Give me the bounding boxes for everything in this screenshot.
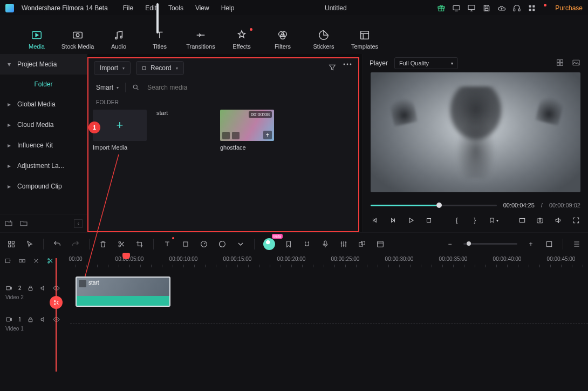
track-link-icon[interactable] xyxy=(18,257,27,266)
menu-view[interactable]: View xyxy=(195,4,209,12)
menu-tools[interactable]: Tools xyxy=(168,4,183,12)
auto-ripple-icon[interactable] xyxy=(32,257,41,266)
smart-filter-button[interactable]: Smart ▾ xyxy=(96,84,119,91)
menu-file[interactable]: File xyxy=(123,4,133,12)
playhead-handle[interactable] xyxy=(122,253,130,259)
mark-in-button[interactable]: { xyxy=(453,215,461,225)
layout-icon[interactable] xyxy=(6,239,16,249)
group-button[interactable] xyxy=(357,239,367,249)
sidebar-folder[interactable]: Folder xyxy=(0,75,87,94)
next-frame-button[interactable] xyxy=(389,215,398,225)
keyframe-button[interactable] xyxy=(181,239,190,249)
zoom-fit-button[interactable] xyxy=(544,239,554,249)
delete-button[interactable] xyxy=(98,239,108,249)
stop-button[interactable] xyxy=(425,215,434,225)
quality-select[interactable]: Full Quality ▾ xyxy=(394,57,458,69)
pointer-icon[interactable] xyxy=(25,239,35,249)
purchase-button[interactable]: Purchase xyxy=(555,4,583,12)
nav-effects[interactable]: Effects xyxy=(221,29,262,50)
lock-icon[interactable] xyxy=(27,285,35,292)
more-icon[interactable] xyxy=(343,63,353,73)
folder-icon[interactable] xyxy=(19,219,29,228)
desktop-icon[interactable] xyxy=(467,4,476,12)
record-button[interactable]: Record ▾ xyxy=(136,61,184,75)
snapshot-button[interactable] xyxy=(536,215,545,225)
menu-edit[interactable]: Edit xyxy=(145,4,156,12)
empty-track-lane[interactable] xyxy=(70,323,588,323)
nav-stock-media[interactable]: Stock Media xyxy=(57,29,98,50)
volume-button[interactable] xyxy=(554,215,563,225)
timeline-ruler[interactable]: 00:0000:00:05:0000:00:10:0000:00:15:0000… xyxy=(70,255,588,273)
text-tool-button[interactable] xyxy=(162,239,172,249)
media-clip-ghostface[interactable]: 00:00:08 + ghostface xyxy=(220,110,274,151)
preview-viewport[interactable] xyxy=(371,72,580,192)
prev-frame-button[interactable] xyxy=(371,215,379,225)
effects-icon xyxy=(236,29,248,41)
zoom-slider[interactable] xyxy=(463,243,517,245)
ai-avatar-button[interactable]: Beta xyxy=(263,238,275,250)
more-tools-button[interactable] xyxy=(236,239,245,249)
track-height-button[interactable] xyxy=(572,239,582,249)
import-button[interactable]: Import ▾ xyxy=(94,61,131,75)
color-button[interactable] xyxy=(217,239,227,249)
plus-icon: + xyxy=(117,118,124,132)
redo-button[interactable] xyxy=(71,239,80,249)
lock-icon[interactable] xyxy=(27,316,35,323)
zoom-out-button[interactable]: − xyxy=(445,239,455,249)
svg-rect-45 xyxy=(361,241,365,245)
sidebar-compound-clip[interactable]: ▸Compound Clip xyxy=(0,176,87,197)
headphones-icon[interactable] xyxy=(512,4,521,12)
playhead-line[interactable] xyxy=(56,258,57,372)
timeline-clip-start[interactable]: start xyxy=(76,277,170,307)
save-icon[interactable] xyxy=(482,4,491,12)
apps-icon[interactable] xyxy=(528,4,536,12)
search-input[interactable] xyxy=(146,83,229,92)
media-clip-start[interactable]: 00:00:09 ✓ start xyxy=(156,110,210,151)
menu-help[interactable]: Help xyxy=(221,4,235,12)
aspect-ratio-button[interactable] xyxy=(518,215,527,225)
import-media-card[interactable]: 1 + Import Media xyxy=(93,110,147,151)
mute-icon[interactable] xyxy=(40,316,47,323)
cut-tool-icon[interactable] xyxy=(46,257,55,266)
sidebar-global-media-label: Global Media xyxy=(17,100,56,108)
zoom-in-button[interactable]: + xyxy=(526,239,536,249)
sidebar-project-media-label: Project Media xyxy=(17,60,57,68)
gift-icon[interactable] xyxy=(437,4,446,12)
sidebar-cloud-media[interactable]: ▸Cloud Media xyxy=(0,114,87,135)
message-icon[interactable] xyxy=(452,4,461,12)
nav-titles[interactable]: Titles xyxy=(139,29,180,50)
image-view-icon[interactable] xyxy=(572,58,582,68)
mic-button[interactable] xyxy=(320,239,330,249)
render-button[interactable] xyxy=(375,239,385,249)
nav-templates[interactable]: Templates xyxy=(344,29,385,50)
sidebar-influence-kit[interactable]: ▸Influence Kit xyxy=(0,135,87,156)
crop-button[interactable] xyxy=(135,239,145,249)
nav-stickers[interactable]: Stickers xyxy=(303,29,344,50)
new-folder-icon[interactable] xyxy=(4,219,14,228)
add-track-icon[interactable] xyxy=(4,257,13,266)
fullscreen-button[interactable] xyxy=(572,215,581,225)
mute-icon[interactable] xyxy=(40,285,47,292)
mark-out-button[interactable]: } xyxy=(471,215,480,225)
scrub-slider[interactable] xyxy=(371,205,497,206)
marker-menu-button[interactable]: ▾ xyxy=(489,215,498,225)
marker-button[interactable] xyxy=(284,239,293,249)
undo-button[interactable] xyxy=(52,239,62,249)
nav-media[interactable]: Media xyxy=(16,29,57,50)
sidebar-adjustment-layer[interactable]: ▸Adjustment La... xyxy=(0,156,87,176)
play-button[interactable] xyxy=(407,215,415,225)
sidebar-project-media[interactable]: ▾ Project Media xyxy=(0,54,87,75)
sidebar-global-media[interactable]: ▸Global Media xyxy=(0,94,87,114)
add-to-timeline-icon[interactable]: + xyxy=(263,131,272,139)
magnet-button[interactable] xyxy=(302,239,312,249)
nav-audio[interactable]: Audio xyxy=(98,29,139,50)
nav-transitions[interactable]: Transitions xyxy=(180,29,221,50)
mixer-button[interactable] xyxy=(339,239,348,249)
nav-filters[interactable]: Filters xyxy=(262,29,303,50)
filter-icon[interactable] xyxy=(328,63,338,73)
speed-button[interactable] xyxy=(199,239,209,249)
collapse-sidebar-button[interactable]: ‹ xyxy=(74,219,83,228)
cloud-icon[interactable] xyxy=(497,4,506,12)
split-button[interactable] xyxy=(117,239,126,249)
grid-view-icon[interactable] xyxy=(556,58,565,68)
